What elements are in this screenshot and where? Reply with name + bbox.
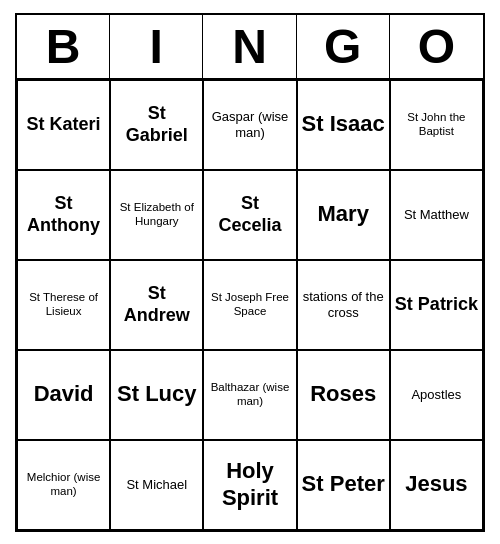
cell-r1-c4: St Matthew — [390, 170, 483, 260]
bingo-grid: St KateriSt GabrielGaspar (wise man)St I… — [17, 80, 483, 530]
cell-r3-c1: St Lucy — [110, 350, 203, 440]
cell-r0-c1: St Gabriel — [110, 80, 203, 170]
cell-r4-c2: Holy Spirit — [203, 440, 296, 530]
cell-r4-c1: St Michael — [110, 440, 203, 530]
header-letter: O — [390, 15, 483, 78]
cell-r0-c4: St John the Baptist — [390, 80, 483, 170]
cell-r2-c2: St Joseph Free Space — [203, 260, 296, 350]
header-letter: B — [17, 15, 110, 78]
cell-r0-c2: Gaspar (wise man) — [203, 80, 296, 170]
cell-r2-c0: St Therese of Lisieux — [17, 260, 110, 350]
cell-r3-c4: Apostles — [390, 350, 483, 440]
cell-r0-c0: St Kateri — [17, 80, 110, 170]
cell-r3-c2: Balthazar (wise man) — [203, 350, 296, 440]
header-letter: G — [297, 15, 390, 78]
cell-r2-c4: St Patrick — [390, 260, 483, 350]
header-letter: N — [203, 15, 296, 78]
cell-r0-c3: St Isaac — [297, 80, 390, 170]
cell-r1-c2: St Cecelia — [203, 170, 296, 260]
cell-r1-c1: St Elizabeth of Hungary — [110, 170, 203, 260]
cell-r3-c0: David — [17, 350, 110, 440]
bingo-header: BINGO — [17, 15, 483, 80]
cell-r4-c3: St Peter — [297, 440, 390, 530]
cell-r1-c3: Mary — [297, 170, 390, 260]
cell-r2-c3: stations of the cross — [297, 260, 390, 350]
cell-r4-c4: Jesus — [390, 440, 483, 530]
bingo-card: BINGO St KateriSt GabrielGaspar (wise ma… — [15, 13, 485, 532]
cell-r1-c0: St Anthony — [17, 170, 110, 260]
cell-r2-c1: St Andrew — [110, 260, 203, 350]
header-letter: I — [110, 15, 203, 78]
cell-r3-c3: Roses — [297, 350, 390, 440]
cell-r4-c0: Melchior (wise man) — [17, 440, 110, 530]
